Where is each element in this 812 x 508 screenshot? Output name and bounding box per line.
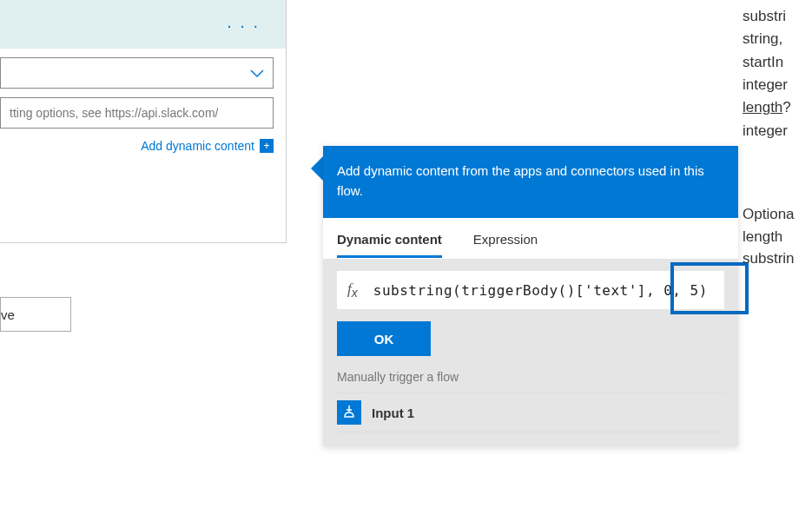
doc-snippet-desc: Optiona length substrin bbox=[743, 203, 812, 270]
dropdown-field[interactable] bbox=[0, 57, 274, 89]
field-placeholder: tting options, see https://api.slack.com… bbox=[10, 106, 218, 120]
dynamic-item-input1[interactable]: Input 1 bbox=[337, 393, 724, 432]
tab-dynamic-content[interactable]: Dynamic content bbox=[337, 232, 442, 258]
add-dynamic-content-label: Add dynamic content bbox=[141, 139, 254, 153]
save-button-label: ve bbox=[1, 307, 15, 322]
flyout-pointer bbox=[311, 156, 323, 181]
card-header: · · · bbox=[0, 0, 286, 49]
more-menu-icon[interactable]: · · · bbox=[227, 16, 260, 36]
flyout-header: Add dynamic content from the apps and co… bbox=[323, 146, 738, 218]
doc-snippet-params: substri string, startIn integer length? … bbox=[743, 0, 812, 142]
item-label: Input 1 bbox=[372, 406, 414, 420]
ok-button[interactable]: OK bbox=[337, 321, 431, 356]
save-button[interactable]: ve bbox=[0, 297, 71, 332]
plus-icon: + bbox=[260, 139, 274, 153]
touch-icon bbox=[337, 400, 361, 425]
section-label: Manually trigger a flow bbox=[337, 370, 724, 384]
expression-text: substring(triggerBody()['text'], 0, 5) bbox=[373, 282, 708, 299]
add-dynamic-content-link[interactable]: Add dynamic content + bbox=[0, 139, 274, 153]
flyout-tabs: Dynamic content Expression bbox=[323, 218, 738, 259]
expression-area: fx substring(triggerBody()['text'], 0, 5… bbox=[323, 259, 738, 446]
action-card: · · · tting options, see https://api.sla… bbox=[0, 0, 287, 243]
text-field[interactable]: tting options, see https://api.slack.com… bbox=[0, 97, 274, 129]
chevron-down-icon bbox=[250, 64, 264, 82]
tab-expression[interactable]: Expression bbox=[473, 232, 538, 258]
expression-input[interactable]: fx substring(triggerBody()['text'], 0, 5… bbox=[337, 271, 724, 309]
dynamic-content-flyout: Add dynamic content from the apps and co… bbox=[323, 146, 738, 446]
fx-icon: fx bbox=[347, 280, 358, 300]
divider bbox=[337, 432, 724, 432]
